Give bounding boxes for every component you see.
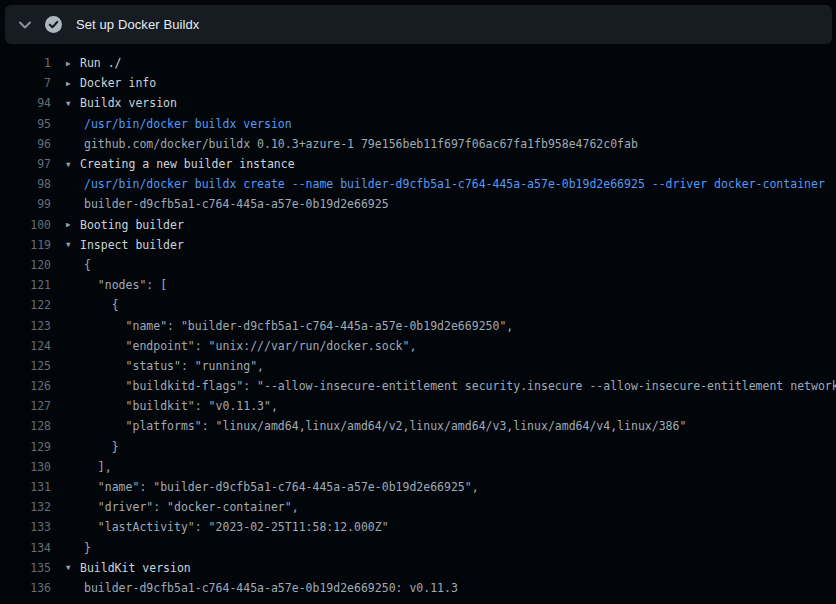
log-line: 7 ▶ Docker info: [0, 73, 836, 93]
log-line: 99 builder-d9cfb5a1-c764-445a-a57e-0b19d…: [0, 194, 836, 214]
log-line: 135 ▼ BuildKit version: [0, 558, 836, 578]
log-text: ],: [84, 460, 112, 474]
line-number[interactable]: 120: [0, 258, 51, 272]
log-text: "name": "builder-d9cfb5a1-c764-445a-a57e…: [84, 319, 513, 333]
disclosure-triangle-icon[interactable]: ▶: [66, 220, 80, 229]
line-number[interactable]: 125: [0, 359, 51, 373]
log-line: 125 "status": "running",: [0, 356, 836, 376]
line-number[interactable]: 99: [0, 197, 51, 211]
log-text: Creating a new builder instance: [80, 157, 295, 171]
line-number[interactable]: 121: [0, 278, 51, 292]
line-number[interactable]: 131: [0, 480, 51, 494]
log-line: 96 github.com/docker/buildx 0.10.3+azure…: [0, 134, 836, 154]
log-text: "lastActivity": "2023-02-25T11:58:12.000…: [84, 520, 389, 534]
log-line: 121 "nodes": [: [0, 275, 836, 295]
disclosure-triangle-icon[interactable]: ▼: [66, 160, 80, 169]
log-text: builder-d9cfb5a1-c764-445a-a57e-0b19d2e6…: [84, 581, 458, 595]
log-line: 128 "platforms": "linux/amd64,linux/amd6…: [0, 416, 836, 436]
log-line: 94 ▼ Buildx version: [0, 93, 836, 113]
line-number[interactable]: 1: [0, 56, 51, 70]
log-text: "nodes": [: [84, 278, 167, 292]
log-text: "endpoint": "unix:///var/run/docker.sock…: [84, 339, 416, 353]
log-text: "name": "builder-d9cfb5a1-c764-445a-a57e…: [84, 480, 479, 494]
log-line: 97 ▼ Creating a new builder instance: [0, 154, 836, 174]
log-line: 136 builder-d9cfb5a1-c764-445a-a57e-0b19…: [0, 578, 836, 598]
log-text: {: [84, 258, 91, 272]
log-line: 119 ▼ Inspect builder: [0, 235, 836, 255]
disclosure-triangle-icon[interactable]: ▼: [66, 99, 80, 108]
log-group-toggle[interactable]: ▶ Docker info: [66, 76, 156, 90]
log-text: BuildKit version: [80, 561, 191, 575]
log-group-toggle[interactable]: ▶ Run ./: [66, 56, 122, 70]
line-number[interactable]: 132: [0, 500, 51, 514]
line-number[interactable]: 136: [0, 581, 51, 595]
log-line: 134 }: [0, 538, 836, 558]
log-line: 100 ▶ Booting builder: [0, 215, 836, 235]
line-number[interactable]: 122: [0, 298, 51, 312]
line-number[interactable]: 127: [0, 399, 51, 413]
log-line: 129 }: [0, 437, 836, 457]
log-text: builder-d9cfb5a1-c764-445a-a57e-0b19d2e6…: [84, 197, 389, 211]
log-text: /usr/bin/docker buildx version: [84, 117, 292, 131]
log-text: Run ./: [80, 56, 122, 70]
line-number[interactable]: 135: [0, 561, 51, 575]
line-number[interactable]: 94: [0, 96, 51, 110]
line-number[interactable]: 133: [0, 520, 51, 534]
log-text: Buildx version: [80, 96, 177, 110]
disclosure-triangle-icon[interactable]: ▼: [66, 563, 80, 572]
log-line: 132 "driver": "docker-container",: [0, 497, 836, 517]
line-number[interactable]: 95: [0, 117, 51, 131]
log-line: 131 "name": "builder-d9cfb5a1-c764-445a-…: [0, 477, 836, 497]
check-circle-icon: [45, 16, 62, 33]
log-viewer: 1 ▶ Run ./ 7 ▶ Docker info 94 ▼ Buildx v…: [0, 44, 836, 598]
log-line: 133 "lastActivity": "2023-02-25T11:58:12…: [0, 517, 836, 537]
log-text: {: [84, 298, 119, 312]
log-text: Booting builder: [80, 218, 184, 232]
line-number[interactable]: 123: [0, 319, 51, 333]
line-number[interactable]: 130: [0, 460, 51, 474]
step-title: Set up Docker Buildx: [76, 17, 199, 32]
log-text: github.com/docker/buildx 0.10.3+azure-1 …: [84, 137, 638, 151]
log-line: 124 "endpoint": "unix:///var/run/docker.…: [0, 336, 836, 356]
log-line: 95 /usr/bin/docker buildx version: [0, 114, 836, 134]
step-header[interactable]: Set up Docker Buildx: [5, 5, 832, 44]
log-group-toggle[interactable]: ▶ Booting builder: [66, 218, 184, 232]
log-line: 130 ],: [0, 457, 836, 477]
log-text: }: [84, 440, 119, 454]
log-text: "buildkit": "v0.11.3",: [84, 399, 278, 413]
log-line: 127 "buildkit": "v0.11.3",: [0, 396, 836, 416]
line-number[interactable]: 7: [0, 76, 51, 90]
log-line: 122 {: [0, 295, 836, 315]
log-text: "status": "running",: [84, 359, 264, 373]
line-number[interactable]: 98: [0, 177, 51, 191]
log-group-toggle[interactable]: ▼ BuildKit version: [66, 561, 191, 575]
disclosure-triangle-icon[interactable]: ▶: [66, 79, 80, 88]
line-number[interactable]: 96: [0, 137, 51, 151]
log-text: "buildkitd-flags": "--allow-insecure-ent…: [84, 379, 836, 393]
disclosure-triangle-icon[interactable]: ▼: [66, 240, 80, 249]
line-number[interactable]: 126: [0, 379, 51, 393]
log-text: }: [84, 541, 91, 555]
line-number[interactable]: 128: [0, 419, 51, 433]
log-text: "driver": "docker-container",: [84, 500, 299, 514]
log-text: /usr/bin/docker buildx create --name bui…: [84, 177, 825, 191]
line-number[interactable]: 129: [0, 440, 51, 454]
log-line: 123 "name": "builder-d9cfb5a1-c764-445a-…: [0, 315, 836, 335]
line-number[interactable]: 134: [0, 541, 51, 555]
log-line: 1 ▶ Run ./: [0, 53, 836, 73]
line-number[interactable]: 97: [0, 157, 51, 171]
log-group-toggle[interactable]: ▼ Buildx version: [66, 96, 177, 110]
log-text: Inspect builder: [80, 238, 184, 252]
chevron-down-icon[interactable]: [17, 17, 33, 33]
line-number[interactable]: 124: [0, 339, 51, 353]
log-text: "platforms": "linux/amd64,linux/amd64/v2…: [84, 419, 686, 433]
log-line: 126 "buildkitd-flags": "--allow-insecure…: [0, 376, 836, 396]
log-line: 98 /usr/bin/docker buildx create --name …: [0, 174, 836, 194]
disclosure-triangle-icon[interactable]: ▶: [66, 59, 80, 68]
log-line: 120 {: [0, 255, 836, 275]
log-group-toggle[interactable]: ▼ Creating a new builder instance: [66, 157, 295, 171]
log-group-toggle[interactable]: ▼ Inspect builder: [66, 238, 184, 252]
log-text: Docker info: [80, 76, 156, 90]
line-number[interactable]: 119: [0, 238, 51, 252]
line-number[interactable]: 100: [0, 218, 51, 232]
